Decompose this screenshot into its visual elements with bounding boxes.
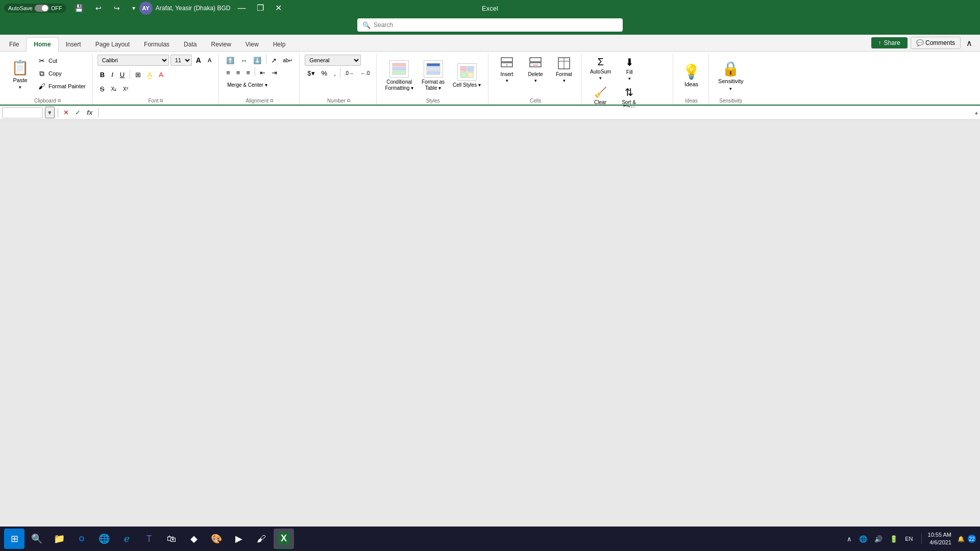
name-box[interactable] xyxy=(2,107,43,118)
network-icon[interactable]: 🌐 xyxy=(857,533,869,545)
superscript-button[interactable]: X² xyxy=(120,83,131,94)
cancel-formula-button[interactable]: ✕ xyxy=(61,108,71,117)
font-expand-icon[interactable]: ⧉ xyxy=(160,98,163,104)
cut-button[interactable]: ✂ Cut xyxy=(35,55,88,67)
format-as-table-button[interactable]: Format asTable ▾ xyxy=(419,58,448,93)
expand-name-box-button[interactable]: ▾ xyxy=(45,107,55,118)
tab-insert[interactable]: Insert xyxy=(59,38,88,51)
paste-button[interactable]: 📋 Paste ▾ xyxy=(7,55,33,94)
tab-review[interactable]: Review xyxy=(204,38,238,51)
save-button[interactable]: 💾 xyxy=(70,0,87,16)
delete-cell-button[interactable]: — Delete ▾ xyxy=(522,55,549,85)
ideas-button[interactable]: 💡 Ideas xyxy=(678,56,704,96)
taskbar-excel-button[interactable]: X xyxy=(274,529,294,549)
format-cell-button[interactable]: Format ▾ xyxy=(551,55,577,85)
italic-button[interactable]: I xyxy=(109,69,116,80)
align-middle-button[interactable]: ↔️ xyxy=(238,55,250,66)
number-format-select[interactable]: General xyxy=(305,55,361,66)
align-bottom-button[interactable]: ⬇️ xyxy=(251,55,264,66)
percent-button[interactable]: % xyxy=(319,67,330,79)
name-box-input[interactable] xyxy=(5,110,40,116)
alignment-expand-icon[interactable]: ⧉ xyxy=(270,98,273,104)
comma-button[interactable]: , xyxy=(331,67,338,79)
close-button[interactable]: ✕ xyxy=(271,0,286,16)
taskbar-app2-button[interactable]: 🎨 xyxy=(206,529,227,549)
strikethrough-button[interactable]: S xyxy=(97,83,107,94)
comments-button[interactable]: 💬 Comments xyxy=(911,37,961,49)
restore-button[interactable]: ❐ xyxy=(253,0,268,16)
border-button[interactable]: ⊞ xyxy=(133,69,143,80)
confirm-formula-button[interactable]: ✓ xyxy=(73,108,83,117)
font-color-button[interactable]: A xyxy=(156,69,166,80)
tab-page-layout[interactable]: Page Layout xyxy=(88,38,137,51)
taskbar-outlook-button[interactable]: O xyxy=(71,529,92,549)
taskbar-vlc-button[interactable]: ▶ xyxy=(229,529,249,549)
wrap-text-button[interactable]: ab↵ xyxy=(280,55,295,66)
fill-color-button[interactable]: A̲ xyxy=(145,69,155,80)
tab-file[interactable]: File xyxy=(2,38,26,51)
subscript-button[interactable]: X₂ xyxy=(108,83,119,94)
tab-data[interactable]: Data xyxy=(177,38,204,51)
autosave-label: AutoSave xyxy=(8,5,33,11)
align-center-button[interactable]: ≡ xyxy=(234,67,243,78)
copy-button[interactable]: ⧉ Copy xyxy=(35,67,88,80)
fill-button[interactable]: ⬇ Fill ▾ xyxy=(616,55,643,83)
bold-button[interactable]: B xyxy=(97,69,107,80)
taskbar-teams-button[interactable]: T xyxy=(139,529,159,549)
volume-icon[interactable]: 🔊 xyxy=(872,533,885,545)
taskbar-ie-button[interactable]: ℯ xyxy=(116,529,137,549)
tab-help[interactable]: Help xyxy=(266,38,293,51)
customize-qat-button[interactable]: ▾ xyxy=(128,0,139,16)
autosum-button[interactable]: Σ AutoSum ▾ xyxy=(587,55,614,82)
merge-center-button[interactable]: Merge & Center ▾ xyxy=(224,79,271,90)
font-name-select[interactable]: Calibri xyxy=(97,55,169,66)
accounting-button[interactable]: $▾ xyxy=(305,67,317,79)
number-expand-icon[interactable]: ⧉ xyxy=(347,98,350,104)
sensitivity-button[interactable]: 🔒 Sensitivity ▾ xyxy=(714,56,748,96)
function-wizard-button[interactable]: fx xyxy=(85,108,95,117)
formula-scroll-up[interactable]: ▲ xyxy=(974,110,979,115)
taskbar-edge-button[interactable]: 🌐 xyxy=(94,529,114,549)
undo-button[interactable]: ↩ xyxy=(91,0,106,16)
taskbar-store-button[interactable]: 🛍 xyxy=(161,529,182,549)
align-top-button[interactable]: ⬆️ xyxy=(224,55,237,66)
svg-rect-13 xyxy=(530,58,541,62)
language-icon[interactable]: EN xyxy=(903,534,915,544)
increase-indent-button[interactable]: ⇥ xyxy=(269,67,280,78)
increase-decimal-button[interactable]: .0→ xyxy=(342,67,356,79)
minimize-button[interactable]: — xyxy=(233,0,250,16)
taskbar-clock[interactable]: 10:55 AM 4/6/2021 xyxy=(928,531,951,547)
formula-input[interactable] xyxy=(102,107,978,118)
taskbar-explorer-button[interactable]: 📁 xyxy=(49,529,69,549)
taskbar-app1-button[interactable]: ◆ xyxy=(184,529,204,549)
align-right-button[interactable]: ≡ xyxy=(243,67,253,78)
grow-font-button[interactable]: A xyxy=(193,55,204,66)
search-input[interactable] xyxy=(374,21,618,29)
decrease-indent-button[interactable]: ⇤ xyxy=(257,67,268,78)
shrink-font-button[interactable]: A xyxy=(205,55,214,66)
conditional-formatting-button[interactable]: ConditionalFormatting ▾ xyxy=(382,58,416,93)
decrease-decimal-button[interactable]: ←.0 xyxy=(358,67,372,79)
insert-cell-button[interactable]: + Insert ▾ xyxy=(494,55,520,85)
cell-styles-button[interactable]: Cell Styles ▾ xyxy=(450,61,484,90)
autosave-toggle[interactable]: AutoSave OFF xyxy=(4,4,66,13)
redo-button[interactable]: ↪ xyxy=(110,0,124,16)
clipboard-expand-icon[interactable]: ⧉ xyxy=(58,98,61,104)
tab-home[interactable]: Home xyxy=(26,37,58,52)
start-button[interactable]: ⊞ xyxy=(4,529,24,549)
orient-button[interactable]: ↗ xyxy=(268,55,279,66)
align-left-button[interactable]: ≡ xyxy=(224,67,233,78)
battery-icon[interactable]: 🔋 xyxy=(888,533,900,545)
tray-chevron[interactable]: ∧ xyxy=(845,533,854,545)
taskbar-misc-button[interactable]: 🖌 xyxy=(251,529,272,549)
search-bar-area: 🔍 xyxy=(0,16,980,35)
underline-button[interactable]: U xyxy=(117,69,127,80)
notification-button[interactable]: 🔔 xyxy=(955,534,967,544)
collapse-ribbon-button[interactable]: ∧ xyxy=(964,37,975,48)
tab-view[interactable]: View xyxy=(238,38,266,51)
taskbar-search-button[interactable]: 🔍 xyxy=(27,529,47,549)
format-painter-button[interactable]: 🖌 Format Painter xyxy=(35,80,88,92)
font-size-select[interactable]: 11 xyxy=(170,55,192,66)
share-button[interactable]: ↑ Share xyxy=(871,37,908,48)
tab-formulas[interactable]: Formulas xyxy=(137,38,177,51)
